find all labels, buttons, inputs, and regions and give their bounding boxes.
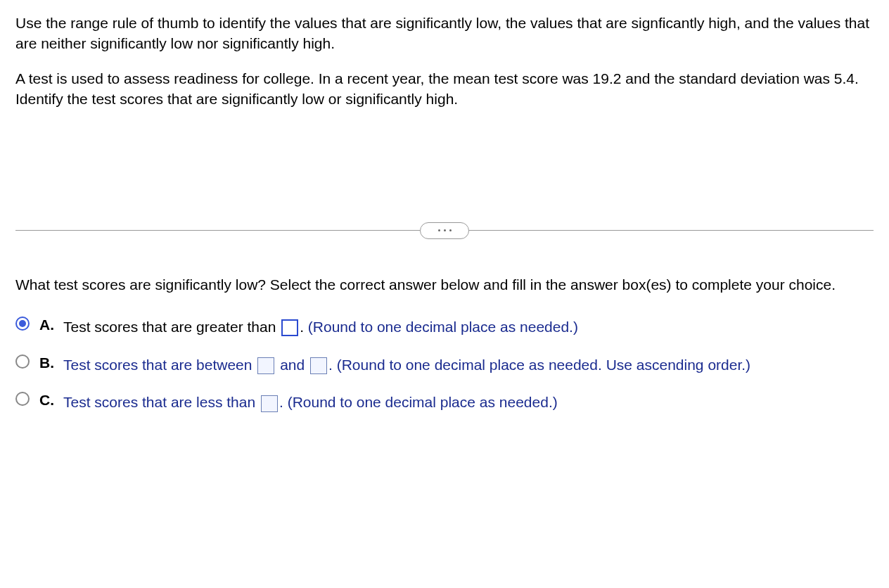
divider-line-right [469, 230, 874, 231]
option-c-hint: (Round to one decimal place as needed.) [288, 394, 558, 410]
option-body-b: Test scores that are between and . (Roun… [63, 352, 874, 378]
radio-b[interactable] [15, 354, 30, 369]
option-b-text-after: . [328, 357, 337, 373]
answer-input-b1[interactable] [257, 357, 274, 374]
radio-a[interactable] [15, 317, 30, 331]
dots-icon [444, 229, 446, 231]
question-scenario: A test is used to assess readiness for c… [15, 68, 874, 110]
divider-line-left [15, 230, 420, 231]
option-a-hint: (Round to one decimal place as needed.) [308, 319, 578, 335]
option-b-text-before: Test scores that are between [63, 357, 256, 373]
option-a-text-after: . [300, 319, 308, 335]
option-a-text-before: Test scores that are greater than [63, 319, 280, 335]
answer-input-a[interactable] [281, 319, 298, 336]
expand-pill[interactable] [420, 222, 469, 239]
option-b-hint: (Round to one decimal place as needed. U… [337, 357, 750, 373]
option-a: A. Test scores that are greater than . (… [15, 314, 874, 340]
answer-prompt: What test scores are significantly low? … [15, 274, 874, 295]
answer-input-c[interactable] [261, 395, 278, 412]
option-b: B. Test scores that are between and . (R… [15, 352, 874, 378]
option-letter-b: B. [39, 352, 55, 373]
question-intro: Use the range rule of thumb to identify … [15, 13, 874, 54]
dots-icon [449, 229, 452, 231]
option-letter-c: C. [39, 390, 55, 410]
dots-icon [438, 229, 440, 231]
option-c: C. Test scores that are less than . (Rou… [15, 390, 874, 415]
answer-input-b2[interactable] [310, 357, 327, 374]
option-c-text-before: Test scores that are less than [63, 394, 260, 410]
radio-c[interactable] [15, 392, 30, 406]
section-divider [15, 222, 874, 239]
option-letter-a: A. [39, 314, 55, 335]
option-body-a: Test scores that are greater than . (Rou… [63, 314, 874, 340]
option-c-text-after: . [279, 394, 288, 410]
option-b-text-mid: and [276, 357, 309, 373]
option-body-c: Test scores that are less than . (Round … [63, 390, 874, 415]
